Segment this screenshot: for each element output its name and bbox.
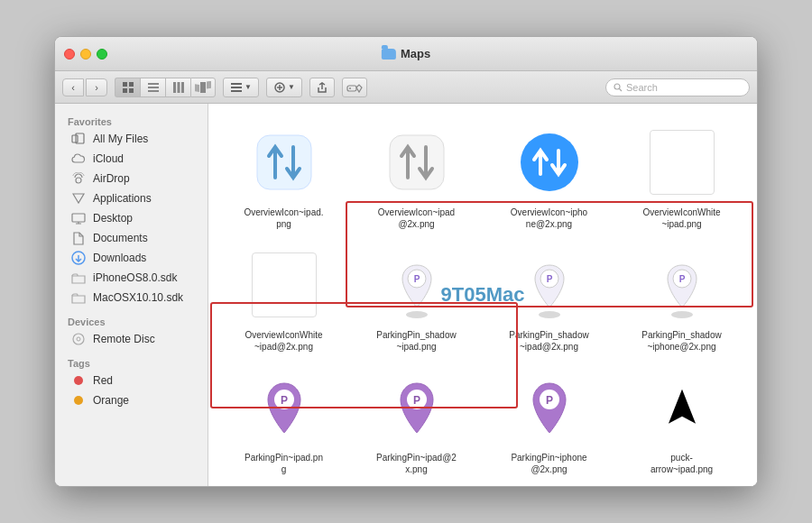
share-button[interactable] [309, 78, 335, 97]
file-item-overview-white-ipad[interactable]: OverviewIconWhite~ipad.png [617, 115, 746, 234]
iphoneos-label: iPhoneOS8.0.sdk [93, 271, 177, 284]
file-item-parking-iphone-2x[interactable]: P ParkingPin~iphone@2x.png [484, 360, 614, 479]
main-content: Favorites All My Files iCloud AirDrop [55, 104, 757, 486]
file-thumb-blank-2 [241, 244, 328, 326]
file-item-puck-arrow-ipad[interactable]: puck-arrow~ipad.png [617, 360, 746, 479]
sidebar-item-documents[interactable]: Documents [59, 228, 204, 248]
file-item-parking-shadow-ipad[interactable]: P ParkingPin_shadow~ipad.png [352, 237, 481, 356]
file-thumb-puck-arrow [639, 367, 725, 448]
disc-icon [71, 332, 86, 346]
blank-png-2 [252, 252, 317, 317]
file-name: puck-arrow~ipad.png [651, 452, 713, 475]
file-item-overview-ipad[interactable]: OverviewIcon~ipad.png [219, 115, 348, 234]
forward-button[interactable]: › [86, 78, 107, 96]
svg-point-36 [521, 133, 578, 191]
sidebar-item-downloads[interactable]: Downloads [59, 248, 204, 268]
file-grid: OverviewIcon~ipad.png OverviewIcon~ipad@… [208, 104, 757, 486]
file-thumb-arrows-circle [506, 122, 593, 203]
nav-buttons: ‹ › [62, 78, 107, 96]
minimize-button[interactable] [80, 49, 91, 60]
title-bar: Maps [55, 37, 757, 71]
search-placeholder: Search [626, 82, 658, 93]
sidebar-item-iphoneos[interactable]: iPhoneOS8.0.sdk [59, 268, 204, 288]
window-title: Maps [382, 47, 430, 60]
svg-rect-13 [231, 83, 242, 85]
folder-icon-macos [71, 290, 86, 305]
finder-window: Maps ‹ › ▼ ▼ [54, 36, 758, 487]
toolbar: ‹ › ▼ ▼ [55, 71, 757, 104]
airdrop-label: AirDrop [93, 172, 130, 185]
svg-rect-6 [148, 90, 159, 92]
coverflow-view-button[interactable] [190, 78, 216, 97]
file-item-overview-iphone-2x[interactable]: OverviewIcon~iphone@2x.png [484, 115, 614, 234]
sidebar-item-airdrop[interactable]: AirDrop [59, 169, 204, 188]
tags-label: Tags [55, 354, 208, 371]
sidebar-item-remote-disc[interactable]: Remote Disc [59, 329, 204, 349]
orange-tag-icon [71, 393, 86, 408]
file-item-overview-white-ipad-2x[interactable]: OverviewIconWhite~ipad@2x.png [219, 237, 348, 356]
back-button[interactable]: ‹ [62, 78, 84, 96]
sidebar-item-applications[interactable]: Applications [59, 188, 204, 208]
svg-point-37 [406, 311, 428, 318]
column-view-button[interactable] [165, 78, 190, 97]
file-name: ParkingPin~iphone@2x.png [511, 452, 586, 475]
sidebar-item-tag-red[interactable]: Red [59, 371, 204, 390]
svg-rect-34 [257, 135, 311, 189]
airdrop-icon [71, 171, 86, 186]
file-name: OverviewIconWhite~ipad@2x.png [245, 329, 322, 353]
icloud-icon [71, 151, 86, 166]
svg-rect-2 [123, 88, 127, 93]
sidebar: Favorites All My Files iCloud AirDrop [55, 104, 208, 486]
sidebar-item-macosx[interactable]: MacOSX10.10.sdk [59, 288, 204, 307]
all-files-icon [71, 132, 86, 146]
svg-rect-3 [129, 88, 134, 93]
tag-red-label: Red [93, 374, 113, 387]
documents-icon [71, 231, 86, 245]
svg-text:P: P [545, 394, 552, 407]
applications-icon [71, 191, 86, 206]
sidebar-item-all-my-files[interactable]: All My Files [59, 129, 204, 149]
tag-button[interactable] [342, 78, 367, 97]
remote-disc-label: Remote Disc [93, 333, 155, 345]
file-item-overview-ipad-2x[interactable]: OverviewIcon~ipad@2x.png [352, 115, 481, 234]
file-thumb-parking-color-1: P [241, 367, 328, 448]
devices-label: Devices [55, 313, 208, 329]
icon-view-button[interactable] [115, 78, 140, 97]
svg-rect-5 [148, 87, 159, 88]
svg-rect-14 [231, 87, 242, 88]
desktop-icon [71, 211, 86, 225]
sidebar-item-desktop[interactable]: Desktop [59, 208, 204, 228]
search-box[interactable]: Search [605, 78, 750, 96]
maximize-button[interactable] [97, 49, 107, 60]
file-item-parking-ipad-2x[interactable]: P ParkingPin~ipad@2x.png [352, 360, 481, 479]
close-button[interactable] [64, 49, 75, 60]
svg-rect-15 [231, 90, 242, 92]
file-item-arrow-1[interactable] [219, 482, 348, 486]
file-item-arrow-pixelated[interactable] [484, 482, 614, 486]
sidebar-item-tag-orange[interactable]: Orange [59, 390, 204, 410]
svg-point-30 [73, 334, 84, 344]
file-thumb-parking-pin-2: P [506, 244, 593, 326]
documents-label: Documents [93, 232, 148, 244]
file-name: ParkingPin_shadow~ipad@2x.png [509, 329, 588, 353]
svg-text:P: P [678, 274, 685, 284]
file-item-parking-ipad[interactable]: P ParkingPin~ipad.png [219, 360, 348, 479]
file-item-arrow-4[interactable] [617, 482, 746, 486]
favorites-label: Favorites [55, 113, 208, 129]
file-item-arrow-2[interactable] [352, 482, 481, 486]
file-item-parking-shadow-iphone-2x[interactable]: P ParkingPin_shadow~iphone@2x.png [617, 237, 746, 356]
sidebar-item-icloud[interactable]: iCloud [59, 149, 204, 169]
file-name: OverviewIconWhite~ipad.png [642, 206, 720, 230]
svg-point-33 [74, 396, 83, 405]
action-button[interactable]: ▼ [266, 78, 302, 97]
file-thumb-arrows-blue [241, 122, 328, 203]
icloud-label: iCloud [93, 152, 124, 165]
file-item-parking-shadow-ipad-2x[interactable]: P ParkingPin_shadow~ipad@2x.png [484, 237, 614, 356]
svg-text:P: P [546, 274, 552, 284]
arrange-button[interactable]: ▼ [223, 78, 259, 97]
svg-rect-7 [173, 82, 176, 93]
svg-rect-9 [181, 82, 184, 93]
svg-rect-19 [347, 86, 356, 91]
list-view-button[interactable] [140, 78, 165, 97]
folder-icon [71, 271, 86, 285]
